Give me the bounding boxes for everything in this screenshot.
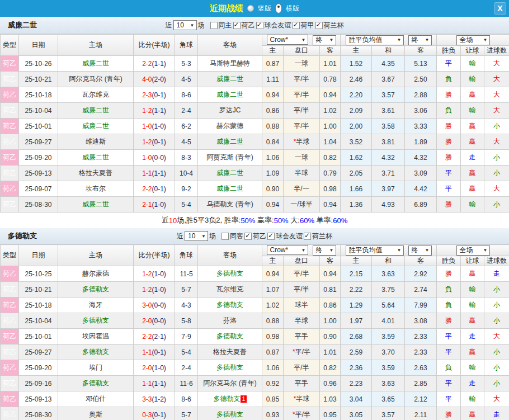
handicap-result-cell: 輸 [461, 282, 484, 298]
avg-home-odds-cell: 1.36 [341, 197, 372, 213]
horizontal-layout-radio[interactable] [275, 3, 282, 13]
handicap-cell: *平/半 [284, 266, 320, 282]
league-type-cell: 荷乙 [1, 360, 19, 376]
avg-away-odds-cell: 2.33 [405, 329, 437, 345]
league-checkbox-3[interactable] [315, 22, 323, 29]
handicap-result-cell: 走 [461, 329, 484, 345]
avg-draw-odds-cell: 3.61 [372, 103, 405, 119]
avg-final-select[interactable]: 终▼ [408, 246, 432, 256]
avg-draw-odds-cell: 3.58 [372, 119, 405, 134]
near-count-select[interactable]: 10▼ [173, 20, 197, 30]
fulltime-score: 1-2 [142, 138, 152, 146]
avg-draw-odds-cell: 3.71 [372, 166, 405, 181]
score-cell: 2-3(0-1) [134, 87, 175, 103]
handicap-name: 一球 [295, 59, 308, 67]
home-odds-cell: 0.90 [262, 181, 284, 197]
odds-source-select[interactable]: Crow*▼ [267, 245, 308, 255]
away-odds-cell: 0.82 [320, 360, 341, 376]
stat-segment: 胜率: [224, 215, 241, 225]
fullmatch-select[interactable]: 全场▼ [456, 35, 490, 45]
odds-source-select[interactable]: Crow*▼ [267, 35, 308, 45]
score-cell: 2-2(1-1) [134, 56, 175, 72]
league-checkbox-2[interactable] [293, 22, 300, 29]
avg-draw-odds-cell: 4.35 [372, 56, 405, 72]
away-team-name: 威廉二世 [216, 138, 243, 145]
handicap-name: 半球 [295, 169, 308, 177]
result-cell: 勝 [437, 266, 461, 282]
result-cell: 平 [437, 56, 461, 72]
corner-cell: 5-7 [175, 407, 198, 420]
corner-cell: 11-5 [175, 266, 198, 282]
handicap-result-cell: 贏 [461, 407, 484, 420]
same-home-checkbox[interactable] [210, 22, 218, 29]
match-row: 荷乙 25-10-18 海牙 3-0(0-0) 4-3 多德勒支 1.02 *球… [1, 298, 509, 313]
table-body: 荷乙 25-10-25 赫尔蒙德 1-2(1-0) 11-5 多德勒支 0.94… [1, 266, 509, 420]
odds-final-select[interactable]: 终▼ [313, 246, 336, 256]
fulltime-score: 1-0 [142, 122, 152, 130]
date-cell: 25-09-16 [19, 376, 58, 391]
handicap-name: 平/半 [294, 75, 309, 83]
fullmatch-group-header: 全场▼ [437, 35, 509, 46]
result-cell: 勝 [437, 87, 461, 103]
avg-home-odds-cell: 3.04 [341, 391, 372, 407]
score-cell: 1-2(1-0) [134, 266, 175, 282]
league-checkbox-0[interactable] [244, 233, 252, 240]
score-cell: 2-0(1-0) [134, 360, 175, 376]
vertical-layout-label: 竖版 [258, 4, 271, 13]
avg-draw-odds-cell: 3.63 [372, 266, 405, 282]
goals-result-cell: 大 [484, 103, 509, 119]
match-row: 荷乙 25-09-27 维迪斯 1-2(0-1) 4-5 威廉二世 0.84 *… [1, 134, 509, 150]
handicap-name: 半球 [296, 138, 309, 145]
fullmatch-select[interactable]: 全场▼ [456, 246, 490, 256]
handicap-name: 平/半 [294, 270, 309, 277]
chevron-down-icon: ▼ [483, 37, 488, 43]
horizontal-layout-label: 横版 [286, 4, 299, 13]
league-type-cell: 荷乙 [1, 298, 19, 313]
avg-away-odds-cell: 2.92 [405, 266, 437, 282]
league-label-1: 球会友谊 [276, 232, 303, 241]
corner-cell: 5-8 [175, 313, 198, 329]
popup-title: 近期战绩 [210, 3, 243, 14]
avg-source-select[interactable]: 胜平负均值▼ [346, 35, 404, 45]
fullmatch-group-header: 全场▼ [437, 245, 509, 256]
handicap-result-cell: 贏 [461, 166, 484, 181]
goals-result-cell: 大 [484, 87, 509, 103]
corner-cell: 8-3 [175, 150, 198, 166]
league-checkbox-2[interactable] [304, 233, 311, 240]
away-team-cell: 威廉二世 [198, 72, 262, 87]
same-away-checkbox[interactable] [221, 233, 229, 240]
near-count-select[interactable]: 10▼ [185, 231, 208, 241]
col-home-header: 主场 [58, 35, 134, 56]
odds-final-select[interactable]: 终▼ [313, 35, 336, 45]
avg-source-select[interactable]: 胜平负均值▼ [346, 246, 404, 256]
goals-header: 进球数 [484, 256, 509, 266]
result-cell: 負 [437, 360, 461, 376]
close-button[interactable]: X [494, 2, 506, 15]
date-cell: 25-08-30 [19, 197, 58, 213]
league-label-3: 荷兰杯 [324, 21, 344, 30]
league-checkbox-1[interactable] [256, 22, 263, 29]
goals-result-cell: 小 [484, 119, 509, 134]
away-team-cell: 多德勒支 [198, 360, 262, 376]
odds-away-header: 客 [320, 46, 341, 56]
avg-draw-odds-cell: 3.57 [372, 407, 405, 420]
goals-result-cell: 小 [484, 166, 509, 181]
league-checkbox-0[interactable] [233, 22, 241, 29]
goals-result-cell: 小 [484, 150, 509, 166]
league-checkbox-1[interactable] [267, 233, 275, 240]
away-team-cell: 多德勒支 [198, 298, 262, 313]
league-label-2: 荷甲 [301, 21, 314, 30]
score-cell: 3-0(0-0) [134, 298, 175, 313]
stat-segment: 50% [274, 216, 289, 225]
fulltime-score: 1-2 [142, 107, 152, 115]
handicap-cell: *平/半 [284, 360, 320, 376]
avg-final-select[interactable]: 终▼ [408, 35, 432, 45]
halftime-score: (0-1) [152, 91, 166, 99]
col-home-header: 主场 [58, 245, 134, 266]
avg-home-odds-cell: 3.52 [341, 134, 372, 150]
avg-away-odds-cell: 2.85 [405, 376, 437, 391]
handicap-name: 球半 [295, 301, 308, 309]
away-team-cell: 多德勒支1 [198, 391, 262, 407]
handicap-result-cell: 輸 [461, 360, 484, 376]
vertical-layout-radio[interactable] [247, 5, 254, 12]
